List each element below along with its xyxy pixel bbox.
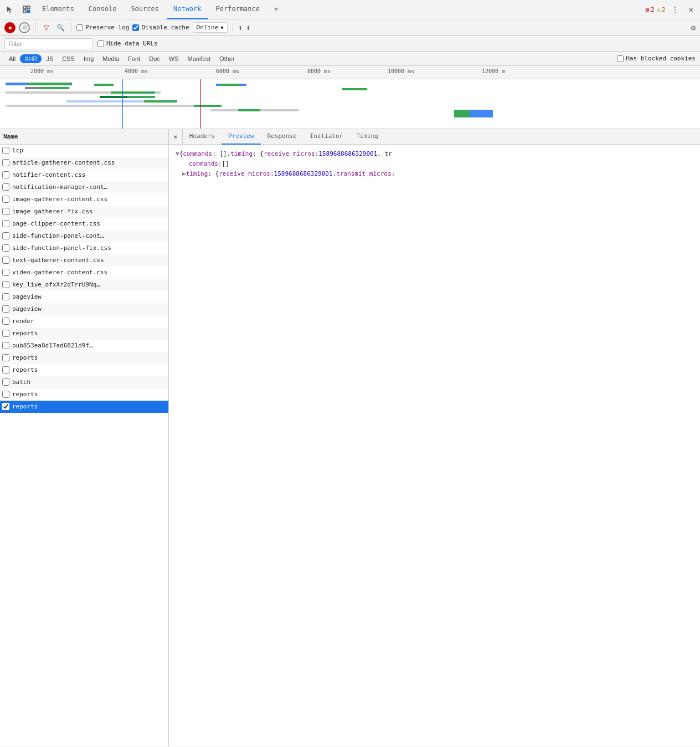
file-item[interactable]: text-gatherer-content.css bbox=[0, 254, 168, 267]
cursor-icon[interactable] bbox=[2, 2, 18, 17]
file-checkbox[interactable] bbox=[2, 366, 9, 374]
tab-preview[interactable]: Preview bbox=[222, 129, 260, 145]
svg-rect-3 bbox=[27, 10, 30, 13]
file-item[interactable]: side-function-panel-cont… bbox=[0, 230, 168, 242]
file-item[interactable]: pub853ea8d17ad6821d9f… bbox=[0, 340, 168, 352]
more-options-button[interactable]: ⋮ bbox=[668, 3, 682, 16]
file-name: pageview bbox=[12, 293, 42, 300]
record-button[interactable]: ● bbox=[4, 22, 16, 33]
type-media[interactable]: Media bbox=[98, 54, 123, 63]
file-item[interactable]: batch bbox=[0, 376, 168, 388]
detail-close-button[interactable]: × bbox=[169, 129, 183, 145]
file-item[interactable]: video-gatherer-content.css bbox=[0, 267, 168, 279]
type-css[interactable]: CSS bbox=[58, 54, 79, 63]
tab-sources[interactable]: Sources bbox=[124, 0, 166, 19]
error-count: 2 bbox=[651, 6, 655, 13]
type-doc[interactable]: Doc bbox=[145, 54, 164, 63]
file-checkbox[interactable] bbox=[2, 208, 9, 215]
tab-network[interactable]: Network bbox=[167, 0, 208, 19]
warn-badge: ⚠ 2 bbox=[657, 6, 666, 13]
file-checkbox[interactable] bbox=[2, 183, 9, 191]
file-checkbox[interactable] bbox=[2, 293, 9, 300]
type-font[interactable]: Font bbox=[123, 54, 145, 63]
file-item[interactable]: side-function-panel-fix.css bbox=[0, 242, 168, 254]
file-item[interactable]: notifier-content.css bbox=[0, 169, 168, 181]
type-all[interactable]: All bbox=[4, 54, 20, 63]
file-item[interactable]: notification-manager-cont… bbox=[0, 181, 168, 193]
filter-bar: Hide data URLs bbox=[0, 36, 700, 52]
file-checkbox[interactable] bbox=[2, 305, 9, 313]
file-checkbox[interactable] bbox=[2, 391, 9, 398]
file-item[interactable]: pageview bbox=[0, 291, 168, 303]
tab-headers[interactable]: Headers bbox=[183, 129, 222, 145]
stop-button[interactable]: ⊘ bbox=[19, 22, 30, 33]
file-checkbox[interactable] bbox=[2, 257, 9, 264]
file-item[interactable]: image-gatherer-content.css bbox=[0, 193, 168, 206]
file-checkbox[interactable] bbox=[2, 171, 9, 178]
file-checkbox[interactable] bbox=[2, 220, 9, 227]
file-checkbox[interactable] bbox=[2, 196, 9, 203]
preserve-log-checkbox[interactable]: Preserve log bbox=[76, 24, 129, 31]
toolbar-divider-1 bbox=[35, 23, 35, 33]
json-expand-arrow[interactable]: ▶ bbox=[182, 169, 186, 179]
type-ws[interactable]: WS bbox=[164, 54, 183, 63]
wf-label-6000: 6000 ms bbox=[216, 68, 239, 74]
download-button[interactable]: ⬇ bbox=[246, 23, 250, 32]
tab-console[interactable]: Console bbox=[82, 0, 123, 19]
file-item[interactable]: reports bbox=[0, 352, 168, 364]
file-checkbox[interactable] bbox=[2, 232, 9, 239]
inspect-icon[interactable] bbox=[19, 2, 34, 17]
file-checkbox[interactable] bbox=[2, 330, 9, 337]
file-item[interactable]: pageview bbox=[0, 303, 168, 315]
search-button[interactable]: 🔍 bbox=[55, 22, 66, 33]
disable-cache-checkbox[interactable]: Disable cache bbox=[132, 24, 189, 31]
file-name: lcp bbox=[12, 147, 23, 154]
tab-response[interactable]: Response bbox=[261, 129, 303, 145]
file-item[interactable]: reports bbox=[0, 401, 168, 413]
file-item[interactable]: reports bbox=[0, 364, 168, 376]
file-name: reports bbox=[12, 366, 38, 374]
file-item[interactable]: article-gatherer-content.css bbox=[0, 157, 168, 169]
tab-initiator[interactable]: Initiator bbox=[303, 129, 350, 145]
file-item[interactable]: reports bbox=[0, 328, 168, 340]
throttle-select[interactable]: Online ▼ bbox=[193, 22, 228, 33]
file-name: pageview bbox=[12, 305, 42, 313]
file-checkbox[interactable] bbox=[2, 244, 9, 252]
file-item[interactable]: key_live_ofxXr2qTrrU9Nq… bbox=[0, 279, 168, 291]
network-settings-button[interactable]: ⚙ bbox=[691, 23, 696, 32]
blocked-cookies-checkbox[interactable] bbox=[617, 55, 624, 62]
type-manifest[interactable]: Manifest bbox=[183, 54, 215, 63]
filter-input[interactable] bbox=[4, 38, 93, 49]
tab-timing[interactable]: Timing bbox=[349, 129, 385, 145]
file-checkbox[interactable] bbox=[2, 403, 9, 410]
wf-label-4000: 4000 ms bbox=[125, 68, 148, 74]
file-checkbox[interactable] bbox=[2, 147, 9, 154]
file-item[interactable]: image-gatherer-fix.css bbox=[0, 206, 168, 218]
type-img[interactable]: Img bbox=[79, 54, 98, 63]
file-checkbox[interactable] bbox=[2, 354, 9, 361]
file-checkbox[interactable] bbox=[2, 318, 9, 325]
filter-button[interactable]: ▽ bbox=[40, 22, 52, 33]
file-item[interactable]: page-clipper-content.css bbox=[0, 218, 168, 230]
file-checkbox[interactable] bbox=[2, 281, 9, 288]
tab-more[interactable]: » bbox=[267, 0, 285, 19]
upload-button[interactable]: ⬆ bbox=[238, 23, 243, 32]
close-devtools-button[interactable]: ✕ bbox=[684, 3, 698, 16]
tab-elements[interactable]: Elements bbox=[35, 0, 81, 19]
file-checkbox[interactable] bbox=[2, 378, 9, 386]
file-list: Name lcparticle-gatherer-content.cssnoti… bbox=[0, 129, 169, 746]
file-checkbox[interactable] bbox=[2, 342, 9, 349]
tab-performance[interactable]: Performance bbox=[209, 0, 266, 19]
file-checkbox[interactable] bbox=[2, 269, 9, 276]
json-collapse-arrow[interactable]: ▼ bbox=[176, 149, 179, 159]
type-other[interactable]: Other bbox=[215, 54, 239, 63]
file-item[interactable]: lcp bbox=[0, 145, 168, 157]
type-xhr[interactable]: XHR bbox=[20, 54, 42, 63]
hide-data-urls-checkbox[interactable]: Hide data URLs bbox=[97, 40, 158, 47]
file-item[interactable]: reports bbox=[0, 388, 168, 401]
file-item[interactable]: render bbox=[0, 315, 168, 328]
error-badge: ⊗ 2 bbox=[645, 6, 654, 14]
file-checkbox[interactable] bbox=[2, 159, 9, 166]
type-js[interactable]: JS bbox=[42, 54, 58, 63]
file-name: reports bbox=[12, 330, 38, 337]
